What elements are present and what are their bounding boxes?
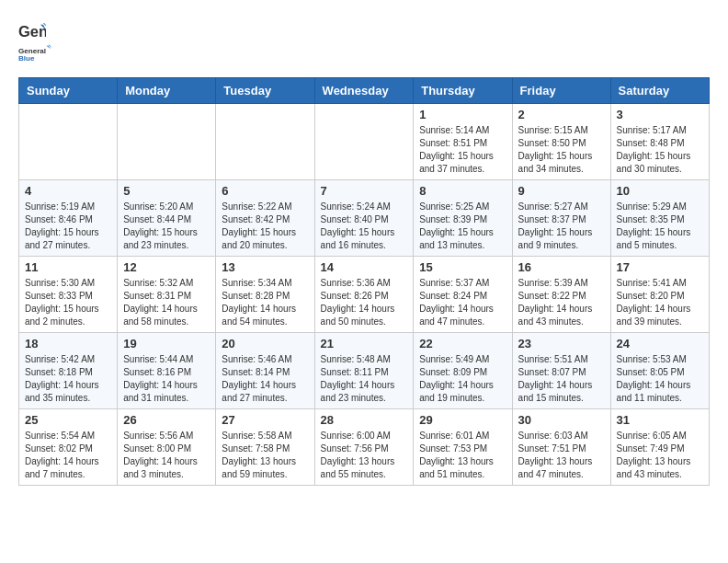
day-number: 2 bbox=[518, 108, 605, 121]
day-number: 15 bbox=[419, 260, 506, 274]
day-info: Sunrise: 5:39 AM Sunset: 8:22 PM Dayligh… bbox=[518, 277, 605, 328]
day-number: 9 bbox=[518, 184, 605, 198]
day-number: 11 bbox=[25, 260, 111, 274]
calendar-week-row: 4Sunrise: 5:19 AM Sunset: 8:46 PM Daylig… bbox=[19, 180, 710, 257]
calendar-cell: 6Sunrise: 5:22 AM Sunset: 8:42 PM Daylig… bbox=[216, 180, 314, 257]
calendar-cell: 17Sunrise: 5:41 AM Sunset: 8:20 PM Dayli… bbox=[610, 257, 709, 333]
day-number: 20 bbox=[222, 337, 308, 350]
day-info: Sunrise: 5:54 AM Sunset: 8:02 PM Dayligh… bbox=[25, 430, 111, 481]
weekday-header-thursday: Thursday bbox=[414, 78, 512, 104]
calendar-cell: 1Sunrise: 5:14 AM Sunset: 8:51 PM Daylig… bbox=[414, 104, 512, 180]
calendar-cell: 25Sunrise: 5:54 AM Sunset: 8:02 PM Dayli… bbox=[19, 409, 118, 486]
weekday-header-friday: Friday bbox=[512, 78, 610, 104]
day-info: Sunrise: 5:34 AM Sunset: 8:28 PM Dayligh… bbox=[222, 277, 308, 328]
calendar-cell: 20Sunrise: 5:46 AM Sunset: 8:14 PM Dayli… bbox=[216, 333, 314, 409]
day-number: 21 bbox=[321, 337, 408, 350]
day-info: Sunrise: 6:05 AM Sunset: 7:49 PM Dayligh… bbox=[617, 430, 703, 481]
day-number: 6 bbox=[222, 184, 308, 198]
calendar-cell: 19Sunrise: 5:44 AM Sunset: 8:16 PM Dayli… bbox=[118, 333, 216, 409]
day-number: 31 bbox=[617, 413, 703, 427]
calendar-header-row: SundayMondayTuesdayWednesdayThursdayFrid… bbox=[19, 78, 710, 104]
day-info: Sunrise: 6:00 AM Sunset: 7:56 PM Dayligh… bbox=[321, 430, 408, 481]
day-info: Sunrise: 5:37 AM Sunset: 8:24 PM Dayligh… bbox=[419, 277, 506, 328]
weekday-header-tuesday: Tuesday bbox=[216, 78, 314, 104]
calendar-table: SundayMondayTuesdayWednesdayThursdayFrid… bbox=[18, 77, 710, 486]
day-number: 27 bbox=[222, 413, 308, 427]
day-number: 8 bbox=[419, 184, 506, 198]
calendar-cell: 2Sunrise: 5:15 AM Sunset: 8:50 PM Daylig… bbox=[512, 104, 610, 180]
day-number: 19 bbox=[123, 337, 210, 350]
calendar-cell: 13Sunrise: 5:34 AM Sunset: 8:28 PM Dayli… bbox=[216, 257, 314, 333]
calendar-cell: 26Sunrise: 5:56 AM Sunset: 8:00 PM Dayli… bbox=[118, 409, 216, 486]
day-number: 13 bbox=[222, 260, 308, 274]
day-info: Sunrise: 5:14 AM Sunset: 8:51 PM Dayligh… bbox=[419, 124, 506, 176]
day-number: 17 bbox=[617, 260, 703, 274]
day-number: 24 bbox=[617, 337, 703, 350]
day-info: Sunrise: 5:15 AM Sunset: 8:50 PM Dayligh… bbox=[518, 124, 605, 176]
calendar-cell: 16Sunrise: 5:39 AM Sunset: 8:22 PM Dayli… bbox=[512, 257, 610, 333]
day-info: Sunrise: 6:03 AM Sunset: 7:51 PM Dayligh… bbox=[518, 430, 605, 481]
svg-text:General: General bbox=[18, 47, 46, 55]
calendar-cell: 24Sunrise: 5:53 AM Sunset: 8:05 PM Dayli… bbox=[610, 333, 709, 409]
calendar-week-row: 1Sunrise: 5:14 AM Sunset: 8:51 PM Daylig… bbox=[19, 104, 710, 180]
calendar-cell bbox=[118, 104, 216, 180]
calendar-cell: 15Sunrise: 5:37 AM Sunset: 8:24 PM Dayli… bbox=[414, 257, 512, 333]
calendar-cell: 27Sunrise: 5:58 AM Sunset: 7:58 PM Dayli… bbox=[216, 409, 314, 486]
day-info: Sunrise: 5:49 AM Sunset: 8:09 PM Dayligh… bbox=[419, 353, 506, 405]
day-number: 16 bbox=[518, 260, 605, 274]
weekday-header-wednesday: Wednesday bbox=[314, 78, 414, 104]
calendar-cell: 23Sunrise: 5:51 AM Sunset: 8:07 PM Dayli… bbox=[512, 333, 610, 409]
weekday-header-sunday: Sunday bbox=[19, 78, 118, 104]
day-info: Sunrise: 5:56 AM Sunset: 8:00 PM Dayligh… bbox=[123, 430, 210, 481]
day-info: Sunrise: 5:17 AM Sunset: 8:48 PM Dayligh… bbox=[617, 124, 703, 176]
calendar-cell: 4Sunrise: 5:19 AM Sunset: 8:46 PM Daylig… bbox=[19, 180, 118, 257]
calendar-cell: 7Sunrise: 5:24 AM Sunset: 8:40 PM Daylig… bbox=[314, 180, 414, 257]
day-info: Sunrise: 5:27 AM Sunset: 8:37 PM Dayligh… bbox=[518, 201, 605, 252]
day-info: Sunrise: 5:25 AM Sunset: 8:39 PM Dayligh… bbox=[419, 201, 506, 252]
general-blue-logo: General Blue bbox=[18, 42, 51, 68]
day-info: Sunrise: 5:22 AM Sunset: 8:42 PM Dayligh… bbox=[222, 201, 308, 252]
day-info: Sunrise: 5:51 AM Sunset: 8:07 PM Dayligh… bbox=[518, 353, 605, 405]
calendar-cell: 18Sunrise: 5:42 AM Sunset: 8:18 PM Dayli… bbox=[19, 333, 118, 409]
day-info: Sunrise: 5:30 AM Sunset: 8:33 PM Dayligh… bbox=[25, 277, 111, 328]
day-info: Sunrise: 5:29 AM Sunset: 8:35 PM Dayligh… bbox=[617, 201, 703, 252]
day-info: Sunrise: 5:32 AM Sunset: 8:31 PM Dayligh… bbox=[123, 277, 210, 328]
day-info: Sunrise: 5:46 AM Sunset: 8:14 PM Dayligh… bbox=[222, 353, 308, 405]
day-info: Sunrise: 5:36 AM Sunset: 8:26 PM Dayligh… bbox=[321, 277, 408, 328]
day-info: Sunrise: 5:24 AM Sunset: 8:40 PM Dayligh… bbox=[321, 201, 408, 252]
day-number: 3 bbox=[617, 108, 703, 121]
day-number: 28 bbox=[321, 413, 408, 427]
calendar-cell bbox=[216, 104, 314, 180]
day-number: 22 bbox=[419, 337, 506, 350]
day-number: 26 bbox=[123, 413, 210, 427]
calendar-week-row: 18Sunrise: 5:42 AM Sunset: 8:18 PM Dayli… bbox=[19, 333, 710, 409]
calendar-cell: 30Sunrise: 6:03 AM Sunset: 7:51 PM Dayli… bbox=[512, 409, 610, 486]
calendar-cell: 22Sunrise: 5:49 AM Sunset: 8:09 PM Dayli… bbox=[414, 333, 512, 409]
calendar-cell: 11Sunrise: 5:30 AM Sunset: 8:33 PM Dayli… bbox=[19, 257, 118, 333]
logo: General General Blue bbox=[18, 18, 51, 68]
calendar-week-row: 25Sunrise: 5:54 AM Sunset: 8:02 PM Dayli… bbox=[19, 409, 710, 486]
day-number: 5 bbox=[123, 184, 210, 198]
day-info: Sunrise: 6:01 AM Sunset: 7:53 PM Dayligh… bbox=[419, 430, 506, 481]
day-number: 18 bbox=[25, 337, 111, 350]
day-info: Sunrise: 5:20 AM Sunset: 8:44 PM Dayligh… bbox=[123, 201, 210, 252]
calendar-cell: 14Sunrise: 5:36 AM Sunset: 8:26 PM Dayli… bbox=[314, 257, 414, 333]
calendar-cell: 28Sunrise: 6:00 AM Sunset: 7:56 PM Dayli… bbox=[314, 409, 414, 486]
calendar-cell bbox=[19, 104, 118, 180]
calendar-cell: 31Sunrise: 6:05 AM Sunset: 7:49 PM Dayli… bbox=[610, 409, 709, 486]
svg-text:Blue: Blue bbox=[18, 54, 35, 63]
day-info: Sunrise: 5:53 AM Sunset: 8:05 PM Dayligh… bbox=[617, 353, 703, 405]
day-number: 12 bbox=[123, 260, 210, 274]
day-number: 14 bbox=[321, 260, 408, 274]
day-info: Sunrise: 5:58 AM Sunset: 7:58 PM Dayligh… bbox=[222, 430, 308, 481]
calendar-cell: 29Sunrise: 6:01 AM Sunset: 7:53 PM Dayli… bbox=[414, 409, 512, 486]
calendar-week-row: 11Sunrise: 5:30 AM Sunset: 8:33 PM Dayli… bbox=[19, 257, 710, 333]
day-info: Sunrise: 5:48 AM Sunset: 8:11 PM Dayligh… bbox=[321, 353, 408, 405]
calendar-cell: 12Sunrise: 5:32 AM Sunset: 8:31 PM Dayli… bbox=[118, 257, 216, 333]
header: General General Blue bbox=[18, 18, 710, 68]
calendar-cell: 8Sunrise: 5:25 AM Sunset: 8:39 PM Daylig… bbox=[414, 180, 512, 257]
day-number: 7 bbox=[321, 184, 408, 198]
calendar-cell: 9Sunrise: 5:27 AM Sunset: 8:37 PM Daylig… bbox=[512, 180, 610, 257]
day-number: 1 bbox=[419, 108, 506, 121]
day-number: 4 bbox=[25, 184, 111, 198]
